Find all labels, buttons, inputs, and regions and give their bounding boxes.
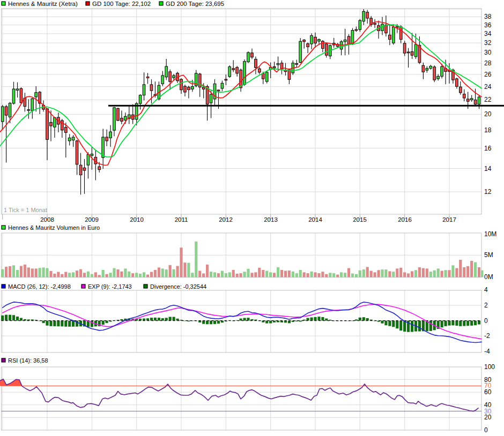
- svg-text:4: 4: [484, 286, 488, 294]
- svg-text:2008: 2008: [40, 216, 54, 223]
- svg-text:20: 20: [484, 414, 492, 421]
- svg-text:2016: 2016: [398, 216, 412, 223]
- svg-text:100: 100: [484, 363, 495, 371]
- svg-text:14: 14: [484, 165, 492, 172]
- svg-text:12: 12: [484, 188, 492, 196]
- svg-text:32: 32: [484, 39, 492, 47]
- svg-text:2010: 2010: [130, 216, 144, 223]
- svg-text:22: 22: [484, 96, 492, 103]
- svg-text:RSI (14): 36,58: RSI (14): 36,58: [8, 357, 48, 364]
- svg-text:26: 26: [484, 71, 492, 78]
- svg-text:EXP (9): -2,1743: EXP (9): -2,1743: [88, 283, 132, 290]
- svg-text:2013: 2013: [264, 216, 278, 223]
- svg-text:0: 0: [484, 317, 488, 325]
- svg-text:-4: -4: [484, 348, 490, 355]
- svg-text:34: 34: [484, 30, 492, 37]
- svg-text:28: 28: [484, 59, 492, 67]
- svg-text:38: 38: [484, 13, 492, 20]
- svg-text:-2: -2: [484, 332, 490, 340]
- svg-text:2015: 2015: [353, 216, 367, 223]
- svg-text:36: 36: [484, 21, 492, 29]
- svg-text:2: 2: [484, 302, 488, 309]
- svg-text:2017: 2017: [442, 216, 456, 223]
- svg-text:0: 0: [484, 426, 488, 434]
- svg-text:10M: 10M: [484, 230, 496, 238]
- svg-text:1 Tick = 1 Monat: 1 Tick = 1 Monat: [4, 207, 47, 213]
- svg-text:GD 100 Tage: 22,102: GD 100 Tage: 22,102: [92, 1, 151, 7]
- svg-text:5M: 5M: [484, 251, 493, 259]
- svg-text:2012: 2012: [219, 216, 233, 223]
- svg-text:18: 18: [484, 126, 492, 134]
- svg-text:GD 200 Tage: 23,695: GD 200 Tage: 23,695: [166, 1, 224, 7]
- svg-text:2014: 2014: [308, 216, 322, 223]
- svg-text:Hennes & Mauritz Volumen in Eu: Hennes & Mauritz Volumen in Euro: [8, 224, 100, 231]
- svg-text:2009: 2009: [85, 216, 99, 223]
- svg-text:20: 20: [484, 110, 492, 118]
- svg-text:MACD (26, 12): -2,4998: MACD (26, 12): -2,4998: [8, 283, 71, 290]
- svg-text:24: 24: [484, 83, 492, 91]
- svg-text:2011: 2011: [175, 216, 188, 223]
- svg-text:60: 60: [484, 388, 492, 396]
- svg-text:Hennes & Mauritz (Xetra): Hennes & Mauritz (Xetra): [8, 1, 78, 7]
- svg-text:0M: 0M: [484, 273, 493, 281]
- svg-text:30: 30: [484, 49, 492, 56]
- svg-text:16: 16: [484, 145, 492, 152]
- svg-text:Divergence: -0,32544: Divergence: -0,32544: [150, 283, 206, 290]
